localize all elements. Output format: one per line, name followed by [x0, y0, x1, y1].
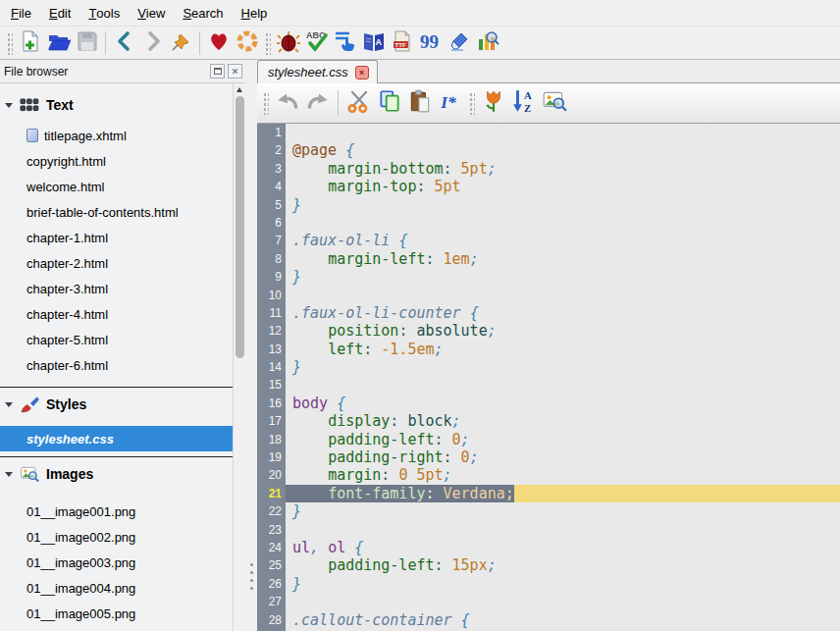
tab-stylesheet-css[interactable]: stylesheet.css ×	[257, 60, 378, 83]
code-line-13[interactable]: 13 left: -1.5em;	[257, 341, 840, 358]
float-panel-button[interactable]	[210, 64, 225, 79]
images-icon	[20, 464, 39, 484]
collapse-triangle-icon[interactable]	[5, 103, 13, 108]
section-styles[interactable]: Styles	[0, 388, 233, 421]
undo-button[interactable]	[272, 88, 302, 119]
font-manager-button[interactable]: TTF	[388, 28, 416, 57]
menu-help[interactable]: Help	[233, 0, 277, 26]
toolbar-grip[interactable]	[262, 91, 269, 115]
file-item-01__image003.png[interactable]: 01__image003.png	[0, 550, 233, 575]
code-line-27[interactable]: 27	[257, 593, 840, 610]
toolbar-grip[interactable]	[264, 31, 271, 55]
paste-button[interactable]	[404, 88, 435, 119]
code-line-5[interactable]: 5}	[257, 196, 840, 214]
code-line-16[interactable]: 16body {	[257, 394, 840, 412]
splitter-handle-icon[interactable]	[250, 563, 253, 590]
scrollbar-thumb[interactable]	[236, 96, 244, 358]
file-item-brief-table-of-contents.html[interactable]: brief-table-of-contents.html	[0, 199, 233, 225]
tab-close-icon[interactable]: ×	[355, 66, 369, 79]
code-line-1[interactable]: 1	[257, 124, 840, 141]
sidebar-scrollbar[interactable]	[233, 83, 245, 631]
back-button[interactable]	[110, 28, 138, 57]
file-item-chapter-4.html[interactable]: chapter-4.html	[0, 301, 233, 327]
section-text[interactable]: Text	[0, 87, 233, 123]
forward-button[interactable]	[138, 28, 167, 57]
save-button[interactable]	[73, 28, 101, 57]
file-item-stylesheet.css[interactable]: stylesheet.css	[0, 426, 233, 451]
code-line-10[interactable]: 10	[257, 287, 840, 304]
mend-button[interactable]	[331, 28, 359, 57]
code-line-2[interactable]: 2@page {	[257, 141, 840, 159]
file-item-01__image002.png[interactable]: 01__image002.png	[0, 524, 233, 550]
code-line-text	[286, 287, 840, 304]
validate-button[interactable]	[274, 28, 302, 57]
file-item-welcome.html[interactable]: welcome.html	[0, 174, 233, 199]
insert-image-button[interactable]	[539, 88, 569, 119]
code-line-20[interactable]: 20 margin: 0 5pt;	[257, 466, 840, 484]
file-item-chapter-2.html[interactable]: chapter-2.html	[0, 250, 233, 276]
line-number: 12	[257, 322, 286, 340]
sort-az-button[interactable]: AZ	[508, 88, 539, 119]
menu-file[interactable]: File	[2, 0, 40, 26]
file-item-chapter-1.html[interactable]: chapter-1.html	[0, 225, 233, 250]
spellcheck-button[interactable]: ABC	[302, 28, 331, 57]
code-line-22[interactable]: 22}	[257, 502, 840, 520]
menu-edit[interactable]: Edit	[40, 0, 79, 26]
special-characters-button[interactable]	[478, 88, 508, 119]
code-line-8[interactable]: 8 margin-left: 1em;	[257, 250, 840, 268]
code-line-4[interactable]: 4 margin-top: 5pt	[257, 178, 840, 195]
code-line-3[interactable]: 3 margin-bottom: 5pt;	[257, 160, 840, 178]
file-item-copyright.html[interactable]: copyright.html	[0, 148, 233, 174]
code-line-25[interactable]: 25 padding-left: 15px;	[257, 556, 840, 574]
new-file-button[interactable]	[16, 28, 44, 57]
menu-search[interactable]: Search	[174, 0, 232, 26]
cut-button[interactable]	[343, 88, 374, 119]
file-item-01__image005.png[interactable]: 01__image005.png	[0, 601, 233, 626]
code-line-26[interactable]: 26}	[257, 575, 840, 593]
code-line-7[interactable]: 7.faux-ol-li {	[257, 232, 840, 249]
reports-button[interactable]	[473, 28, 501, 57]
menu-view[interactable]: View	[129, 0, 174, 26]
code-line-9[interactable]: 9}	[257, 268, 840, 286]
section-images[interactable]: Images	[0, 457, 233, 491]
file-item-titlepage.xhtml[interactable]: titlepage.xhtml	[0, 123, 233, 148]
code-line-21[interactable]: 21 font-family: Verdana;	[257, 485, 840, 502]
collapse-triangle-icon[interactable]	[5, 402, 13, 407]
panel-splitter[interactable]	[245, 60, 257, 631]
scroll-up-arrow-icon[interactable]	[234, 83, 245, 96]
toolbar-grip[interactable]	[468, 91, 475, 115]
code-editor[interactable]: 12@page {3 margin-bottom: 5pt;4 margin-t…	[257, 124, 840, 631]
toolbar-grip[interactable]	[6, 31, 13, 55]
code-line-23[interactable]: 23	[257, 521, 840, 539]
code-line-28[interactable]: 28.callout-container {	[257, 611, 840, 629]
code-line-17[interactable]: 17 display: block;	[257, 412, 840, 430]
file-item-01__image001.png[interactable]: 01__image001.png	[0, 499, 233, 524]
mark-selection-button[interactable]: I*	[435, 88, 465, 119]
copy-button[interactable]	[374, 88, 404, 119]
code-line-text: }	[286, 268, 840, 286]
file-item-chapter-3.html[interactable]: chapter-3.html	[0, 276, 233, 301]
code-line-11[interactable]: 11.faux-ol-li-counter {	[257, 304, 840, 322]
support-button[interactable]	[233, 28, 261, 57]
code-line-12[interactable]: 12 position: absolute;	[257, 322, 840, 340]
open-button[interactable]	[44, 28, 73, 57]
file-item-chapter-5.html[interactable]: chapter-5.html	[0, 327, 233, 352]
redo-button[interactable]	[302, 88, 333, 119]
close-panel-button[interactable]: ✕	[228, 64, 242, 79]
code-line-6[interactable]: 6	[257, 214, 840, 232]
donate-button[interactable]	[204, 28, 233, 57]
code-line-18[interactable]: 18 padding-left: 0;	[257, 431, 840, 448]
collapse-triangle-icon[interactable]	[5, 472, 13, 477]
code-line-24[interactable]: 24ul, ol {	[257, 539, 840, 556]
menu-tools[interactable]: Tools	[79, 0, 129, 26]
code-line-15[interactable]: 15	[257, 376, 840, 394]
code-line-14[interactable]: 14}	[257, 358, 840, 376]
smart-quotes-button[interactable]: 99	[416, 28, 445, 57]
code-line-19[interactable]: 19 padding-right: 0;	[257, 448, 840, 466]
file-item-01__image004.png[interactable]: 01__image004.png	[0, 575, 233, 601]
file-item-chapter-6.html[interactable]: chapter-6.html	[0, 352, 233, 378]
metadata-button[interactable]: A	[359, 28, 388, 57]
pin-button[interactable]	[167, 28, 195, 57]
clean-button[interactable]	[445, 28, 473, 57]
sigil-window: FileEditToolsViewSearchHelp ABC A TTF 99…	[0, 0, 840, 631]
